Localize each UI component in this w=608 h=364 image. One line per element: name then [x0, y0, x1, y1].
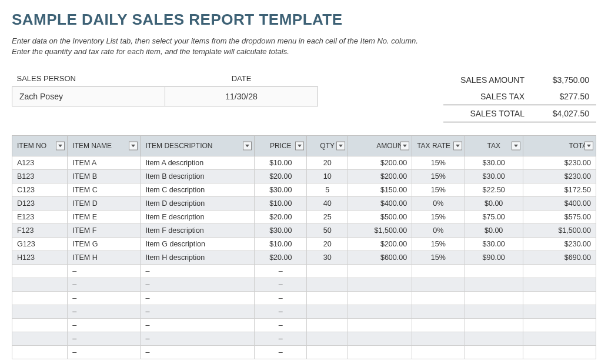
- cell-amount[interactable]: [348, 265, 412, 278]
- cell-qty[interactable]: 25: [307, 211, 348, 224]
- cell-qty[interactable]: [307, 265, 348, 278]
- cell-tax-rate[interactable]: 15%: [412, 251, 465, 265]
- cell-tax-rate[interactable]: [412, 319, 465, 332]
- cell-tax[interactable]: $90.00: [465, 251, 523, 265]
- cell-tax[interactable]: $0.00: [465, 197, 523, 211]
- filter-dropdown-icon[interactable]: [295, 142, 304, 151]
- cell-price[interactable]: $10.00: [255, 156, 307, 170]
- cell-price[interactable]: $10.00: [255, 197, 307, 211]
- cell-tax-rate[interactable]: [412, 278, 465, 292]
- cell-item-name[interactable]: –: [68, 265, 141, 278]
- cell-price[interactable]: $30.00: [255, 183, 307, 197]
- cell-tax-rate[interactable]: [412, 332, 465, 346]
- cell-item-name[interactable]: ITEM A: [68, 156, 141, 170]
- cell-amount[interactable]: [348, 319, 412, 332]
- cell-price[interactable]: –: [255, 319, 307, 332]
- cell-qty[interactable]: 20: [307, 238, 348, 251]
- cell-item-description[interactable]: –: [141, 346, 255, 359]
- cell-item-no[interactable]: F123: [12, 224, 68, 238]
- cell-tax[interactable]: [465, 319, 523, 332]
- cell-price[interactable]: $20.00: [255, 251, 307, 265]
- cell-amount[interactable]: $200.00: [348, 238, 412, 251]
- cell-item-no[interactable]: G123: [12, 238, 68, 251]
- cell-price[interactable]: $20.00: [255, 170, 307, 183]
- cell-total[interactable]: [523, 305, 596, 319]
- cell-item-no[interactable]: [12, 278, 68, 292]
- cell-tax-rate[interactable]: [412, 265, 465, 278]
- cell-total[interactable]: $230.00: [523, 156, 596, 170]
- cell-amount[interactable]: $600.00: [348, 251, 412, 265]
- cell-tax[interactable]: $30.00: [465, 170, 523, 183]
- cell-tax[interactable]: [465, 305, 523, 319]
- cell-tax[interactable]: [465, 292, 523, 305]
- cell-qty[interactable]: 50: [307, 224, 348, 238]
- cell-amount[interactable]: $150.00: [348, 183, 412, 197]
- cell-item-name[interactable]: –: [68, 319, 141, 332]
- cell-amount[interactable]: [348, 332, 412, 346]
- cell-qty[interactable]: [307, 319, 348, 332]
- cell-qty[interactable]: [307, 278, 348, 292]
- cell-total[interactable]: $690.00: [523, 251, 596, 265]
- cell-total[interactable]: [523, 346, 596, 359]
- cell-item-description[interactable]: –: [141, 305, 255, 319]
- cell-amount[interactable]: $200.00: [348, 170, 412, 183]
- cell-total[interactable]: $575.00: [523, 211, 596, 224]
- cell-item-name[interactable]: ITEM D: [68, 197, 141, 211]
- cell-item-description[interactable]: Item F description: [141, 224, 255, 238]
- cell-item-no[interactable]: C123: [12, 183, 68, 197]
- cell-qty[interactable]: [307, 346, 348, 359]
- cell-item-no[interactable]: A123: [12, 156, 68, 170]
- cell-qty[interactable]: 40: [307, 197, 348, 211]
- cell-item-description[interactable]: –: [141, 265, 255, 278]
- filter-dropdown-icon[interactable]: [243, 142, 252, 151]
- cell-tax-rate[interactable]: 0%: [412, 197, 465, 211]
- filter-dropdown-icon[interactable]: [584, 142, 593, 151]
- cell-item-name[interactable]: ITEM G: [68, 238, 141, 251]
- cell-total[interactable]: $172.50: [523, 183, 596, 197]
- cell-item-no[interactable]: H123: [12, 251, 68, 265]
- cell-item-name[interactable]: –: [68, 305, 141, 319]
- cell-item-description[interactable]: –: [141, 319, 255, 332]
- cell-tax[interactable]: [465, 278, 523, 292]
- cell-amount[interactable]: [348, 305, 412, 319]
- cell-amount[interactable]: $200.00: [348, 156, 412, 170]
- cell-amount[interactable]: $500.00: [348, 211, 412, 224]
- cell-price[interactable]: –: [255, 278, 307, 292]
- cell-tax-rate[interactable]: 15%: [412, 211, 465, 224]
- cell-item-no[interactable]: E123: [12, 211, 68, 224]
- cell-total[interactable]: $230.00: [523, 170, 596, 183]
- cell-qty[interactable]: [307, 305, 348, 319]
- cell-qty[interactable]: 20: [307, 156, 348, 170]
- cell-item-name[interactable]: –: [68, 346, 141, 359]
- cell-item-description[interactable]: Item D description: [141, 197, 255, 211]
- cell-item-description[interactable]: –: [141, 278, 255, 292]
- cell-item-description[interactable]: –: [141, 292, 255, 305]
- cell-tax[interactable]: [465, 332, 523, 346]
- cell-total[interactable]: [523, 319, 596, 332]
- cell-price[interactable]: –: [255, 305, 307, 319]
- cell-total[interactable]: [523, 278, 596, 292]
- cell-tax[interactable]: $30.00: [465, 156, 523, 170]
- cell-item-name[interactable]: ITEM F: [68, 224, 141, 238]
- cell-tax-rate[interactable]: 15%: [412, 238, 465, 251]
- cell-item-name[interactable]: ITEM E: [68, 211, 141, 224]
- cell-amount[interactable]: [348, 292, 412, 305]
- cell-price[interactable]: –: [255, 292, 307, 305]
- cell-item-description[interactable]: –: [141, 332, 255, 346]
- cell-amount[interactable]: [348, 346, 412, 359]
- filter-dropdown-icon[interactable]: [400, 142, 409, 151]
- cell-item-name[interactable]: –: [68, 278, 141, 292]
- cell-item-name[interactable]: –: [68, 292, 141, 305]
- cell-qty[interactable]: 10: [307, 170, 348, 183]
- cell-item-no[interactable]: [12, 305, 68, 319]
- cell-price[interactable]: $20.00: [255, 211, 307, 224]
- cell-tax[interactable]: $0.00: [465, 224, 523, 238]
- cell-tax[interactable]: [465, 265, 523, 278]
- cell-tax[interactable]: $30.00: [465, 238, 523, 251]
- cell-tax[interactable]: [465, 346, 523, 359]
- cell-tax-rate[interactable]: [412, 292, 465, 305]
- filter-dropdown-icon[interactable]: [336, 142, 345, 151]
- cell-qty[interactable]: 30: [307, 251, 348, 265]
- cell-item-description[interactable]: Item B description: [141, 170, 255, 183]
- filter-dropdown-icon[interactable]: [56, 142, 65, 151]
